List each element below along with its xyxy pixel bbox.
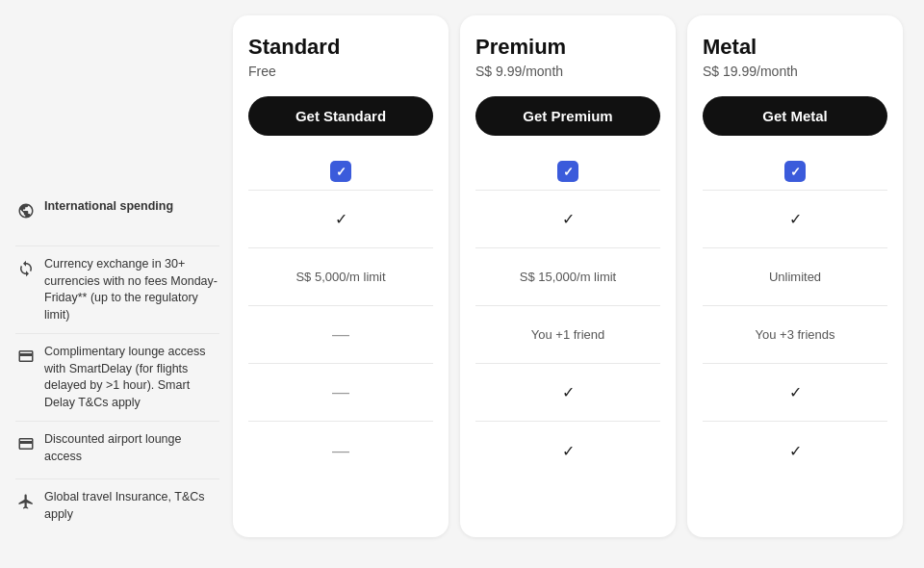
sidebar-feature-lounge-access-smart: Complimentary lounge access with SmartDe…	[15, 334, 219, 422]
get-metal-button[interactable]: Get Metal	[703, 96, 887, 136]
plan-price-metal: S$ 19.99/month	[703, 64, 887, 83]
plan-header-premium: PremiumS$ 9.99/monthGet Premium	[475, 35, 660, 149]
sidebar-feature-international-spending: International spending	[15, 189, 219, 246]
card2-icon	[15, 433, 37, 454]
feature-cell-metal-discounted-lounge: ✓	[703, 364, 887, 422]
feature-cell-standard-travel-insurance: —	[248, 422, 433, 479]
cell-text-standard-currency-exchange: S$ 5,000/m limit	[295, 270, 385, 284]
plan-col-standard: StandardFreeGet Standard✓S$ 5,000/m limi…	[233, 15, 449, 537]
plan-col-metal: MetalS$ 19.99/monthGet Metal✓UnlimitedYo…	[687, 15, 903, 537]
feature-cell-standard-discounted-lounge: —	[248, 364, 433, 422]
checkmark-icon: ✓	[335, 210, 347, 228]
plan-name-premium: Premium	[475, 35, 660, 60]
feature-cell-premium-discounted-lounge: ✓	[475, 364, 660, 422]
checkmark-icon: ✓	[789, 383, 802, 401]
plan-header-checkmark-standard	[330, 161, 351, 182]
get-standard-button[interactable]: Get Standard	[248, 96, 433, 136]
feature-cell-premium-lounge-access-smart: You +1 friend	[475, 306, 660, 364]
feature-cell-premium-travel-insurance: ✓	[475, 422, 660, 479]
cell-text-metal-lounge-access-smart: You +3 friends	[755, 327, 834, 342]
feature-cell-standard-lounge-access-smart: —	[248, 306, 433, 364]
feature-label-travel-insurance: Global travel Insurance, T&Cs apply	[44, 489, 219, 523]
feature-cell-standard-international-spending: ✓	[248, 191, 433, 248]
sidebar-feature-discounted-lounge: Discounted airport lounge access	[15, 422, 219, 479]
feature-label-lounge-access-smart: Complimentary lounge access with SmartDe…	[44, 344, 219, 411]
plan-name-standard: Standard	[248, 35, 433, 60]
sidebar-feature-travel-insurance: Global travel Insurance, T&Cs apply	[15, 479, 219, 537]
plan-col-premium: PremiumS$ 9.99/monthGet Premium✓S$ 15,00…	[460, 15, 676, 537]
cell-text-premium-lounge-access-smart: You +1 friend	[531, 327, 605, 342]
feature-label-international-spending: International spending	[44, 198, 173, 216]
dash-icon: —	[332, 382, 349, 402]
sidebar-feature-currency-exchange: Currency exchange in 30+ currencies with…	[15, 246, 219, 334]
feature-cell-metal-international-spending: ✓	[703, 191, 887, 248]
cell-text-premium-currency-exchange: S$ 15,000/m limit	[520, 270, 616, 284]
dash-icon: —	[332, 441, 349, 461]
globe-icon	[15, 200, 37, 221]
plan-check-header-metal	[703, 153, 887, 191]
checkmark-icon: ✓	[562, 210, 575, 228]
feature-cell-premium-currency-exchange: S$ 15,000/m limit	[475, 248, 660, 306]
plan-check-header-standard	[248, 153, 433, 191]
feature-sidebar: International spendingCurrency exchange …	[15, 15, 227, 537]
cell-text-metal-currency-exchange: Unlimited	[769, 270, 821, 284]
feature-cell-metal-travel-insurance: ✓	[703, 422, 887, 479]
card-icon	[15, 346, 37, 367]
feature-cell-standard-currency-exchange: S$ 5,000/m limit	[248, 248, 433, 306]
plan-check-header-premium	[475, 153, 660, 191]
feature-label-currency-exchange: Currency exchange in 30+ currencies with…	[44, 256, 219, 323]
plan-header-checkmark-premium	[557, 161, 578, 182]
checkmark-icon: ✓	[562, 442, 575, 460]
plane-icon	[15, 491, 37, 512]
plan-price-standard: Free	[248, 64, 433, 83]
checkmark-icon: ✓	[789, 442, 802, 460]
exchange-icon	[15, 258, 37, 279]
get-premium-button[interactable]: Get Premium	[475, 96, 660, 136]
plan-header-checkmark-metal	[784, 161, 806, 182]
feature-cell-metal-lounge-access-smart: You +3 friends	[703, 306, 887, 364]
feature-cell-metal-currency-exchange: Unlimited	[703, 248, 887, 306]
plan-name-metal: Metal	[703, 35, 887, 60]
pricing-table: International spendingCurrency exchange …	[15, 15, 909, 537]
plan-header-standard: StandardFreeGet Standard	[248, 35, 433, 149]
plan-header-metal: MetalS$ 19.99/monthGet Metal	[703, 35, 887, 149]
feature-cell-premium-international-spending: ✓	[475, 191, 660, 248]
feature-label-discounted-lounge: Discounted airport lounge access	[44, 431, 219, 465]
checkmark-icon: ✓	[562, 383, 575, 401]
plan-price-premium: S$ 9.99/month	[475, 64, 660, 83]
dash-icon: —	[332, 324, 349, 345]
checkmark-icon: ✓	[789, 210, 802, 228]
